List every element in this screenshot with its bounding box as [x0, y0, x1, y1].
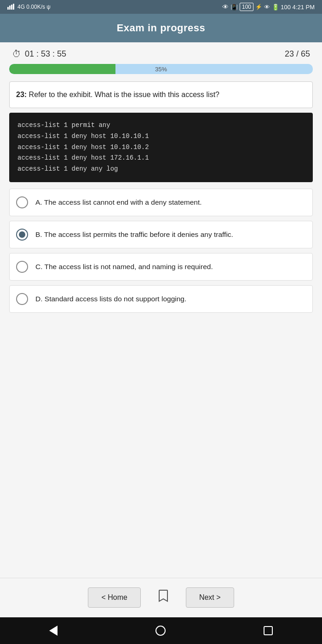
question-box: 23: Refer to the exhibit. What is the is… — [9, 81, 313, 108]
radio-c[interactable] — [16, 261, 28, 273]
network-speed: 4G 0.00K/s ψ — [17, 4, 51, 10]
progress-bar-container: 35% — [9, 64, 313, 74]
charge-icon: ⚡ — [255, 4, 262, 10]
phone-wrapper: 4G 0.00K/s ψ 👁 📳 100 ⚡ 👁 🔋 100 4:21 PM E… — [0, 0, 322, 644]
code-line-3: access-list 1 deny host 10.10.10.2 — [17, 142, 305, 153]
status-left: 4G 0.00K/s ψ — [7, 3, 51, 11]
option-a-text: A. The access list cannot end with a den… — [35, 197, 202, 207]
time-display: 👁 🔋 100 4:21 PM — [264, 4, 315, 11]
progress-fill — [9, 64, 115, 74]
option-b-text: B. The access list permits the traffic b… — [35, 229, 233, 240]
battery-icon: 100 — [240, 3, 253, 11]
home-android-button[interactable] — [155, 626, 166, 636]
back-button[interactable] — [49, 626, 58, 636]
bookmark-icon[interactable] — [155, 586, 172, 609]
progress-label: 35% — [155, 66, 167, 73]
android-nav-bar — [0, 617, 322, 644]
vibrate-icon: 📳 — [230, 4, 238, 11]
code-line-5: access-list 1 deny any log — [17, 164, 305, 175]
status-bar: 4G 0.00K/s ψ 👁 📳 100 ⚡ 👁 🔋 100 4:21 PM — [0, 0, 322, 14]
code-line-4: access-list 1 deny host 172.16.1.1 — [17, 153, 305, 164]
question-count: 23 / 65 — [285, 49, 310, 59]
svg-rect-0 — [7, 7, 9, 10]
timer-section: ⏱ 01 : 53 : 55 — [12, 49, 66, 59]
option-d[interactable]: D. Standard access lists do not support … — [9, 285, 313, 313]
radio-b[interactable] — [16, 229, 28, 241]
option-a[interactable]: A. The access list cannot end with a den… — [9, 189, 313, 216]
signal-icon — [7, 3, 16, 11]
timer-icon: ⏱ — [12, 49, 21, 59]
radio-d[interactable] — [16, 293, 28, 305]
option-c-text: C. The access list is not named, and nam… — [35, 261, 213, 272]
next-button[interactable]: Next > — [186, 587, 234, 608]
exam-header: Exam in progress — [0, 14, 322, 42]
option-d-text: D. Standard access lists do not support … — [35, 293, 186, 304]
code-line-2: access-list 1 deny host 10.10.10.1 — [17, 131, 305, 142]
option-b[interactable]: B. The access list permits the traffic b… — [9, 221, 313, 248]
home-button[interactable]: < Home — [88, 587, 140, 608]
exam-title: Exam in progress — [117, 22, 206, 34]
option-c[interactable]: C. The access list is not named, and nam… — [9, 253, 313, 281]
question-text: 23: Refer to the exhibit. What is the is… — [16, 91, 219, 98]
code-block: access-list 1 permit any access-list 1 d… — [9, 113, 313, 182]
bottom-nav: < Home Next > — [0, 578, 322, 617]
main-content: ⏱ 01 : 53 : 55 23 / 65 35% 23: Refer to … — [0, 42, 322, 578]
eye-icon: 👁 — [222, 3, 229, 11]
question-number: 23: — [16, 91, 27, 98]
recent-apps-button[interactable] — [264, 626, 273, 635]
svg-rect-3 — [13, 4, 14, 10]
code-line-1: access-list 1 permit any — [17, 120, 305, 131]
timer-row: ⏱ 01 : 53 : 55 23 / 65 — [9, 42, 313, 63]
svg-rect-1 — [9, 6, 11, 10]
radio-a[interactable] — [16, 196, 28, 208]
status-right: 👁 📳 100 ⚡ 👁 🔋 100 4:21 PM — [222, 3, 315, 11]
svg-rect-2 — [11, 5, 12, 10]
timer-value: 01 : 53 : 55 — [25, 49, 66, 59]
